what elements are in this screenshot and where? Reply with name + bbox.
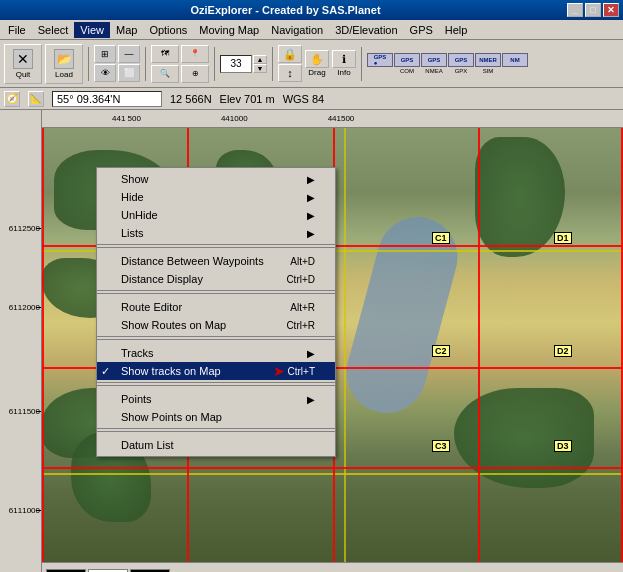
lock-button[interactable]: 🔒	[278, 45, 302, 63]
points-label: Points	[121, 393, 152, 405]
menu-bar: File Select View Map Options Moving Map …	[0, 20, 623, 40]
map-btn-1[interactable]: 🗺	[151, 45, 179, 63]
menu-3d-elevation[interactable]: 3D/Elevation	[329, 22, 403, 38]
menu-show-points[interactable]: Show Points on Map	[97, 408, 335, 426]
menu-show-routes[interactable]: Show Routes on Map Ctrl+R	[97, 316, 335, 334]
points-arrow-icon: ▶	[307, 394, 315, 405]
menu-gps[interactable]: GPS	[404, 22, 439, 38]
menu-lists[interactable]: Lists ▶	[97, 224, 335, 242]
elev-value: Elev 701 m	[220, 93, 275, 105]
grid-label-c1: C1	[432, 232, 450, 244]
tracks-label: Tracks	[121, 347, 154, 359]
menu-map[interactable]: Map	[110, 22, 143, 38]
gps-sim-button[interactable]: GPS	[448, 53, 474, 67]
show-routes-label: Show Routes on Map	[121, 319, 226, 331]
zoom-up-button[interactable]: ▲	[253, 55, 267, 64]
menu-show-label: Show	[121, 173, 149, 185]
route-editor-label: Route Editor	[121, 301, 182, 313]
menu-file[interactable]: File	[2, 22, 32, 38]
show-points-label: Show Points on Map	[121, 411, 222, 423]
menu-moving-map[interactable]: Moving Map	[193, 22, 265, 38]
menu-tracks[interactable]: Tracks ▶	[97, 344, 335, 362]
maximize-button[interactable]: □	[585, 3, 601, 17]
menu-options[interactable]: Options	[143, 22, 193, 38]
map-area[interactable]: 6112500 6112000 6111500 6111000 441 500 …	[0, 110, 623, 572]
road-v1	[344, 128, 346, 562]
coord-icon-2[interactable]: 📐	[28, 91, 44, 107]
menu-distance-waypoints[interactable]: Distance Between Waypoints Alt+D	[97, 252, 335, 270]
menu-show-tracks[interactable]: ✓ Show tracks on Map ➤ Ctrl+T	[97, 362, 335, 380]
map-btn-4[interactable]: ⊕	[181, 65, 209, 83]
gps-status-group: GPS● GPS GPS GPS NMER NM COM NMEA GPX SI…	[367, 53, 528, 74]
datum-display: WGS 84	[283, 93, 325, 105]
menu-section-3: Route Editor Alt+R Show Routes on Map Ct…	[97, 296, 335, 337]
icon-button-1[interactable]: ⊞	[94, 45, 116, 63]
menu-select[interactable]: Select	[32, 22, 75, 38]
coord-bar: 🧭 📐 55° 09.364'N 12 566N Elev 701 m WGS …	[0, 88, 623, 110]
top-coord-441500: 441500	[328, 114, 355, 123]
toolbar-separator-1	[88, 47, 89, 81]
map-btn-3[interactable]: 🔍	[151, 65, 179, 83]
top-coord-500: 441 500	[112, 114, 141, 123]
datum-list-label: Datum List	[121, 439, 174, 451]
toolbar-separator-2	[145, 47, 146, 81]
drag-button[interactable]: ✋	[305, 50, 329, 68]
menu-section-tracks: Tracks ▶ ✓ Show tracks on Map ➤ Ctrl+T	[97, 342, 335, 383]
lists-arrow-icon: ▶	[307, 228, 315, 239]
title-text: OziExplorer - Created by SAS.Planet	[4, 4, 567, 16]
minimize-button[interactable]: _	[567, 3, 583, 17]
load-label: Load	[55, 70, 73, 79]
scale-black-2	[130, 569, 170, 573]
elev-label: 12 566N	[170, 93, 212, 105]
gps-arrow-button[interactable]: ↕	[278, 64, 302, 82]
coord-icon-1[interactable]: 🧭	[4, 91, 20, 107]
gps-nmea-button[interactable]: GPS	[394, 53, 420, 67]
gps-lock-group: 🔒 ↕	[278, 45, 302, 82]
nm-button[interactable]: NM	[502, 53, 528, 67]
separator-4	[97, 385, 335, 386]
top-coord-bar: 441 500 441000 441500	[42, 110, 623, 128]
menu-distance-display[interactable]: Distance Display Ctrl+D	[97, 270, 335, 288]
menu-points[interactable]: Points ▶	[97, 390, 335, 408]
menu-show[interactable]: Show ▶	[97, 170, 335, 188]
grid-label-d2: D2	[554, 345, 572, 357]
tracks-arrow-icon: ▶	[307, 348, 315, 359]
bottom-scale-bar	[42, 562, 623, 572]
menu-help[interactable]: Help	[439, 22, 474, 38]
info-group: ℹ Info	[332, 50, 356, 77]
unhide-arrow-icon: ▶	[307, 210, 315, 221]
gps-com-button[interactable]: GPS●	[367, 53, 393, 67]
menu-hide-label: Hide	[121, 191, 144, 203]
menu-route-editor[interactable]: Route Editor Alt+R	[97, 298, 335, 316]
map-btn-2[interactable]: 📍	[181, 45, 209, 63]
zoom-input[interactable]	[220, 55, 252, 73]
info-button[interactable]: ℹ	[332, 50, 356, 68]
menu-view[interactable]: View	[74, 22, 110, 38]
close-button[interactable]: ✕	[603, 3, 619, 17]
menu-lists-label: Lists	[121, 227, 144, 239]
menu-navigation[interactable]: Navigation	[265, 22, 329, 38]
nmer-button[interactable]: NMER	[475, 53, 501, 67]
show-tracks-shortcut: Ctrl+T	[288, 366, 316, 377]
menu-section-2: Distance Between Waypoints Alt+D Distanc…	[97, 250, 335, 291]
status-icons: ⊞ — 👁 ⬜	[94, 45, 140, 82]
load-button[interactable]: 📂 Load	[45, 44, 83, 84]
menu-hide[interactable]: Hide ▶	[97, 188, 335, 206]
show-routes-shortcut: Ctrl+R	[286, 320, 315, 331]
quit-button[interactable]: ✕ Quit	[4, 44, 42, 84]
drag-label: Drag	[308, 68, 325, 77]
menu-datum-list[interactable]: Datum List	[97, 436, 335, 454]
zoom-down-button[interactable]: ▼	[253, 64, 267, 73]
gps-label-nmea: NMEA	[421, 68, 447, 74]
hide-arrow-icon: ▶	[307, 192, 315, 203]
icon-button-2[interactable]: —	[118, 45, 140, 63]
menu-section-datum: Datum List	[97, 434, 335, 456]
menu-section-points: Points ▶ Show Points on Map	[97, 388, 335, 429]
show-button[interactable]: 👁	[94, 64, 116, 82]
gps-gpx-button[interactable]: GPS	[421, 53, 447, 67]
menu-unhide[interactable]: UnHide ▶	[97, 206, 335, 224]
coordinate-display: 55° 09.364'N	[52, 91, 162, 107]
grid-label-c3: C3	[432, 440, 450, 452]
grid-label-d3: D3	[554, 440, 572, 452]
hide-button[interactable]: ⬜	[118, 64, 140, 82]
